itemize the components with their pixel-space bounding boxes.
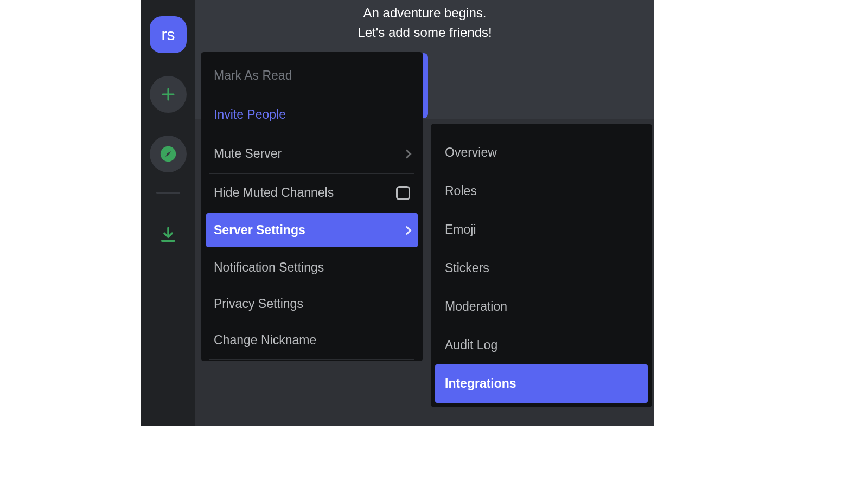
menu-hide-muted-channels[interactable]: Hide Muted Channels xyxy=(206,175,418,211)
submenu-label: Moderation xyxy=(445,299,507,313)
download-icon xyxy=(159,226,177,244)
server-context-menu: Mark As Read Invite People Mute Server H… xyxy=(201,52,423,361)
compass-icon xyxy=(159,145,177,163)
submenu-stickers[interactable]: Stickers xyxy=(435,249,648,287)
menu-mark-as-read[interactable]: Mark As Read xyxy=(206,57,418,94)
submenu-label: Roles xyxy=(445,184,477,198)
menu-separator xyxy=(209,95,414,95)
menu-label: Privacy Settings xyxy=(214,297,303,311)
explore-servers-button[interactable] xyxy=(150,136,187,172)
submenu-emoji[interactable]: Emoji xyxy=(435,210,648,249)
menu-privacy-settings[interactable]: Privacy Settings xyxy=(206,286,418,322)
menu-label: Hide Muted Channels xyxy=(214,185,334,200)
chevron-right-icon xyxy=(403,226,412,235)
checkbox-icon[interactable] xyxy=(396,186,410,200)
server-settings-submenu: Overview Roles Emoji Stickers Moderation… xyxy=(431,124,652,407)
svg-point-1 xyxy=(167,153,169,155)
menu-server-settings[interactable]: Server Settings xyxy=(206,213,418,247)
submenu-integrations[interactable]: Integrations xyxy=(435,364,648,403)
menu-label: Server Settings xyxy=(214,223,305,237)
menu-change-nickname[interactable]: Change Nickname xyxy=(206,322,418,358)
menu-label: Invite People xyxy=(214,107,286,122)
submenu-label: Emoji xyxy=(445,222,476,236)
menu-invite-people[interactable]: Invite People xyxy=(206,97,418,133)
menu-separator xyxy=(209,173,414,174)
submenu-label: Stickers xyxy=(445,261,489,275)
menu-label: Mark As Read xyxy=(214,68,292,83)
rail-separator xyxy=(156,192,180,194)
welcome-line-2: Let's add some friends! xyxy=(195,23,654,42)
server-initials: rs xyxy=(162,25,175,44)
welcome-line-1: An adventure begins. xyxy=(195,3,654,23)
menu-mute-server[interactable]: Mute Server xyxy=(206,136,418,172)
submenu-label: Audit Log xyxy=(445,338,497,352)
submenu-label: Overview xyxy=(445,145,497,159)
submenu-roles[interactable]: Roles xyxy=(435,172,648,210)
download-apps-button[interactable] xyxy=(150,216,187,253)
submenu-overview[interactable]: Overview xyxy=(435,133,648,172)
menu-separator xyxy=(209,134,414,134)
menu-separator xyxy=(209,359,414,360)
menu-label: Mute Server xyxy=(214,146,282,161)
add-server-button[interactable] xyxy=(150,76,187,113)
welcome-message: An adventure begins. Let's add some frie… xyxy=(195,3,654,42)
submenu-label: Integrations xyxy=(445,376,516,390)
server-avatar[interactable]: rs xyxy=(150,16,187,53)
plus-icon xyxy=(160,86,176,102)
submenu-moderation[interactable]: Moderation xyxy=(435,287,648,326)
menu-label: Notification Settings xyxy=(214,260,324,275)
menu-notification-settings[interactable]: Notification Settings xyxy=(206,249,418,286)
submenu-audit-log[interactable]: Audit Log xyxy=(435,326,648,364)
app-viewport: An adventure begins. Let's add some frie… xyxy=(141,0,654,426)
menu-label: Change Nickname xyxy=(214,333,316,348)
server-rail: rs xyxy=(141,0,195,426)
chevron-right-icon xyxy=(403,149,412,158)
